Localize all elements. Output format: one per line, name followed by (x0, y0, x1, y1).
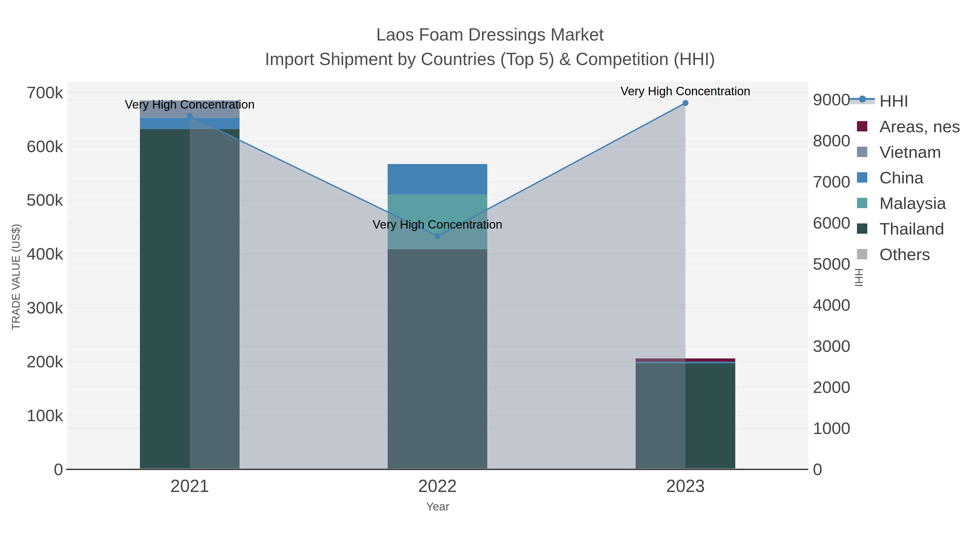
hhi-marker-2022 (434, 233, 441, 239)
plot-area: Very High ConcentrationVery High Concent… (0, 0, 980, 551)
hhi-marker-2023 (682, 100, 689, 106)
y-left-tick-100k: 100k (27, 406, 64, 425)
hhi-line-swatch-icon (850, 97, 875, 105)
x-tick-2021: 2021 (170, 476, 209, 496)
y-left-tick-200k: 200k (27, 352, 64, 371)
legend-label: Thailand (880, 219, 944, 238)
thailand-swatch-icon (857, 223, 867, 234)
chart-figure: Laos Foam Dressings Market Import Shipme… (0, 0, 980, 551)
x-tick-2022: 2022 (418, 476, 457, 496)
legend-label: Areas, nes (880, 117, 960, 136)
legend: HHI Areas, nes Vietnam China Malaysia Th… (844, 88, 960, 267)
y-left-tick-400k: 400k (27, 245, 64, 263)
y-right-tick-2000: 2000 (813, 378, 850, 397)
y-right-tick-0: 0 (813, 460, 822, 479)
others-swatch-icon (857, 249, 867, 259)
annotation-2021: Very High Concentration (125, 98, 255, 111)
y-right-tick-3000: 3000 (813, 337, 850, 356)
y-left-tick-500k: 500k (27, 191, 64, 209)
legend-label: China (880, 168, 924, 187)
y-right-tick-4000: 4000 (813, 295, 850, 314)
legend-item-others[interactable]: Others (844, 241, 960, 267)
y-left-tick-600k: 600k (27, 137, 64, 156)
annotation-2023: Very High Concentration (620, 84, 751, 98)
china-swatch-icon (857, 172, 867, 183)
annotation-2022: Very High Concentration (373, 218, 503, 231)
vietnam-swatch-icon (857, 147, 867, 157)
legend-item-areas-nes[interactable]: Areas, nes (844, 113, 960, 139)
y-left-tick-0: 0 (54, 460, 63, 479)
hhi-marker-2021 (187, 113, 193, 119)
legend-label: Malaysia (880, 194, 946, 213)
legend-item-hhi[interactable]: HHI (844, 88, 960, 113)
x-axis-title: Year (329, 499, 547, 515)
legend-item-china[interactable]: China (844, 165, 960, 190)
legend-item-vietnam[interactable]: Vietnam (844, 139, 960, 165)
bar-segment-china-2022 (388, 164, 487, 195)
y-left-tick-300k: 300k (27, 298, 64, 317)
y-right-tick-1000: 1000 (813, 419, 850, 438)
legend-item-malaysia[interactable]: Malaysia (844, 190, 960, 216)
legend-label: Others (880, 245, 930, 264)
y-left-tick-700k: 700k (27, 83, 64, 102)
x-tick-2023: 2023 (666, 476, 705, 496)
areas-nes-swatch-icon (857, 121, 867, 132)
legend-label: Vietnam (880, 142, 941, 162)
legend-item-thailand[interactable]: Thailand (844, 216, 960, 241)
y-left-axis-title: TRADE VALUE (US$) (8, 141, 24, 413)
malaysia-swatch-icon (857, 198, 867, 208)
legend-label: HHI (880, 91, 909, 111)
